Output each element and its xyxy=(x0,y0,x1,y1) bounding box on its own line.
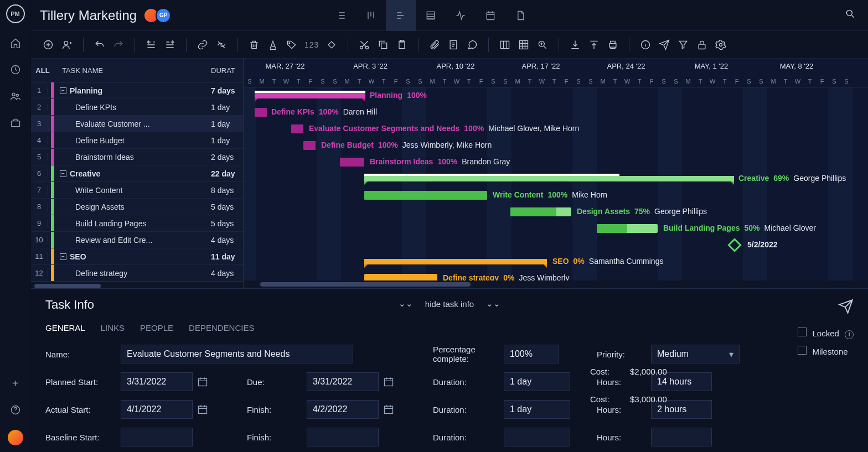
cut-icon[interactable] xyxy=(356,37,373,53)
lock-icon[interactable] xyxy=(694,37,710,53)
gantt-bar[interactable] xyxy=(255,93,365,98)
baseline-start-input[interactable] xyxy=(121,428,193,446)
baseline-hours-input[interactable] xyxy=(651,428,712,446)
app-logo[interactable]: PM xyxy=(6,4,25,23)
tab-links[interactable]: LINKS xyxy=(101,323,125,332)
view-list-icon[interactable] xyxy=(326,0,356,31)
send-icon[interactable] xyxy=(838,299,854,316)
task-row[interactable]: 12Define strategy4 days xyxy=(31,265,243,282)
calendar-icon[interactable] xyxy=(196,375,209,388)
search-icon[interactable] xyxy=(841,5,859,25)
task-grid[interactable]: ALL TASK NAME DURAT 1−Planning7 days2Def… xyxy=(31,59,244,288)
home-icon[interactable] xyxy=(9,37,22,50)
task-row[interactable]: 5Brainstorm Ideas2 days xyxy=(31,149,243,165)
tag-icon[interactable] xyxy=(283,37,300,53)
task-row[interactable]: 9Build Landing Pages5 days xyxy=(31,215,243,232)
undo-icon[interactable] xyxy=(91,37,108,53)
user-avatar[interactable] xyxy=(8,430,23,445)
unlink-icon[interactable] xyxy=(213,37,230,53)
export-icon[interactable] xyxy=(586,37,602,53)
gantt-bar[interactable] xyxy=(340,158,364,167)
milestone-checkbox[interactable]: Milestone xyxy=(798,346,854,356)
baseline-duration-input[interactable] xyxy=(504,428,570,446)
col-name[interactable]: TASK NAME xyxy=(58,66,211,75)
task-row[interactable]: 2Define KPIs1 day xyxy=(31,99,243,116)
gantt-bar[interactable] xyxy=(255,108,267,117)
text-style-icon[interactable] xyxy=(265,37,281,53)
gantt-scrollbar[interactable] xyxy=(244,280,868,288)
planned-start-input[interactable]: 3/31/2022 xyxy=(121,372,193,391)
indent-icon[interactable] xyxy=(162,37,178,53)
columns-icon[interactable] xyxy=(497,37,513,53)
tab-general[interactable]: GENERAL xyxy=(45,323,85,332)
col-duration[interactable]: DURAT xyxy=(211,66,243,75)
member-avatar[interactable]: GP xyxy=(156,8,171,23)
task-row[interactable]: 10Review and Edit Cre...4 days xyxy=(31,232,243,248)
add-icon[interactable]: + xyxy=(12,377,19,390)
task-row[interactable]: 8Design Assets5 days xyxy=(31,199,243,215)
delete-icon[interactable] xyxy=(246,37,262,53)
view-activity-icon[interactable] xyxy=(446,0,476,31)
cost-input[interactable]: $3,000.00 xyxy=(630,394,713,404)
add-task-icon[interactable] xyxy=(40,37,56,53)
tab-dependencies[interactable]: DEPENDENCIES xyxy=(189,323,254,332)
due-input[interactable]: 3/31/2022 xyxy=(307,372,379,391)
filter-icon[interactable] xyxy=(675,37,691,53)
paste-icon[interactable] xyxy=(394,37,410,53)
cost-input[interactable]: $2,000.00 xyxy=(630,367,713,376)
calendar-icon[interactable] xyxy=(196,403,209,416)
notes-icon[interactable] xyxy=(445,37,462,53)
gantt-bar[interactable] xyxy=(364,176,734,181)
duration-input[interactable]: 1 day xyxy=(504,372,570,391)
task-row[interactable]: 6−Creative22 day xyxy=(31,165,243,182)
milestone-icon[interactable] xyxy=(323,37,340,53)
copy-icon[interactable] xyxy=(375,37,391,53)
priority-select[interactable]: Medium xyxy=(651,345,740,363)
project-members[interactable]: GP xyxy=(147,8,171,23)
tab-people[interactable]: PEOPLE xyxy=(140,323,173,332)
attachment-icon[interactable] xyxy=(426,37,443,53)
briefcase-icon[interactable] xyxy=(9,116,22,129)
view-sheet-icon[interactable] xyxy=(416,0,446,31)
task-row[interactable]: 3Evaluate Customer ...1 day xyxy=(31,116,243,132)
gantt-bar[interactable] xyxy=(291,124,303,133)
collapse-icon[interactable]: − xyxy=(60,170,66,177)
gantt-bar[interactable] xyxy=(364,191,487,200)
outdent-icon[interactable] xyxy=(143,37,159,53)
calendar-icon[interactable] xyxy=(382,375,395,388)
calendar-icon[interactable] xyxy=(382,403,395,416)
gantt-bar[interactable] xyxy=(303,141,316,150)
duration-input[interactable]: 1 day xyxy=(504,400,570,419)
task-row[interactable]: 7Write Content8 days xyxy=(31,182,243,199)
clock-icon[interactable] xyxy=(9,63,22,76)
redo-icon[interactable] xyxy=(110,37,127,53)
grid-icon[interactable] xyxy=(515,37,532,53)
view-calendar-icon[interactable] xyxy=(476,0,505,31)
grid-scrollbar[interactable] xyxy=(31,282,243,288)
view-gantt-icon[interactable] xyxy=(386,0,416,31)
comment-icon[interactable] xyxy=(464,37,480,53)
wbs-icon[interactable]: 123 xyxy=(302,37,321,53)
hide-panel-toggle[interactable]: ⌄⌄ hide task info ⌄⌄ xyxy=(399,299,500,309)
col-all[interactable]: ALL xyxy=(34,66,51,75)
milestone-diamond[interactable] xyxy=(727,238,741,252)
task-name-input[interactable]: Evaluate Customer Segments and Needs xyxy=(121,345,353,363)
baseline-finish-input[interactable] xyxy=(307,428,379,446)
view-file-icon[interactable] xyxy=(505,0,535,31)
gantt-bar[interactable] xyxy=(364,259,547,264)
task-row[interactable]: 4Define Budget1 day xyxy=(31,132,243,149)
collapse-icon[interactable]: − xyxy=(60,253,66,260)
import-icon[interactable] xyxy=(567,37,583,53)
zoom-icon[interactable] xyxy=(534,37,551,53)
gantt-chart[interactable]: MAR, 27 '22APR, 3 '22APR, 10 '22APR, 17 … xyxy=(244,59,868,288)
help-icon[interactable] xyxy=(9,403,22,417)
assign-icon[interactable] xyxy=(59,37,75,53)
collapse-icon[interactable]: − xyxy=(60,87,66,94)
view-board-icon[interactable] xyxy=(356,0,386,31)
people-icon[interactable] xyxy=(9,90,22,103)
task-row[interactable]: 11−SEO11 day xyxy=(31,248,243,265)
info-icon[interactable] xyxy=(637,37,654,53)
settings-icon[interactable] xyxy=(712,37,729,53)
locked-checkbox[interactable]: Locked i xyxy=(798,328,854,339)
gantt-bar[interactable] xyxy=(597,224,658,233)
